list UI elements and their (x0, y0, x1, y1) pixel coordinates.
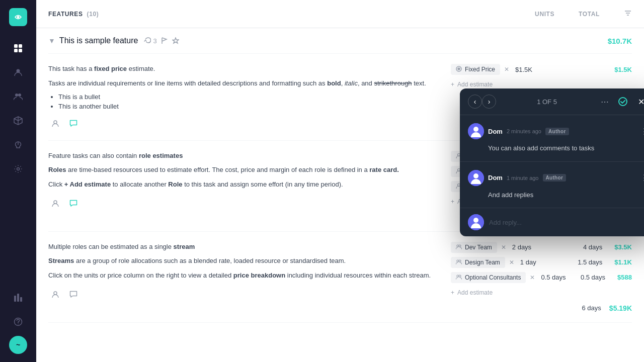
svg-point-9 (17, 168, 20, 170)
task-action-icons (48, 116, 439, 130)
comment-menu-button[interactable]: ⋮ (640, 173, 644, 183)
popup-prev-button[interactable]: ‹ (468, 95, 482, 109)
task-desc-main: This task has a fixed price estimate. (48, 64, 439, 74)
page-title: FEATURES (10) (48, 11, 99, 18)
stream-price-2: $1.1K (614, 258, 632, 266)
sidebar-item-help[interactable] (8, 312, 28, 332)
optional-consultants-label: Optional Consultants (465, 274, 521, 281)
popup-counter: 1 OF 5 (496, 98, 598, 106)
popup-more-button[interactable]: ⋯ (598, 95, 612, 109)
popup-close-button[interactable]: ✕ (634, 95, 644, 109)
popup-actions: ⋯ ✕ (598, 95, 644, 109)
svg-point-20 (458, 68, 460, 70)
remove-estimate-button[interactable]: ✕ (501, 244, 506, 251)
svg-rect-11 (17, 294, 19, 302)
comment-block: Dom 1 minute ago Author ⋮ And add replie… (460, 162, 644, 209)
sidebar-item-team[interactable] (8, 86, 28, 107)
optional-consultants-tag: Optional Consultants (451, 272, 526, 283)
estimate-row: Dev Team ✕ 2 days 4 days $3.5K (451, 242, 632, 253)
task-bullets-list: This is a bullet This is another bullet (58, 93, 439, 110)
features-label: FEATURES (48, 11, 83, 18)
task-desc-sub: Tasks are individual requirements or lin… (48, 78, 439, 89)
task-description-area: This task has a fixed price estimate. Ta… (48, 64, 451, 130)
popup-header: ‹ › 1 OF 5 ⋯ ✕ (460, 88, 644, 115)
user-avatar-sidebar[interactable]: ~ (9, 336, 27, 354)
svg-point-6 (15, 94, 18, 97)
svg-point-25 (54, 292, 57, 295)
add-estimate-button[interactable]: + Add estimate (451, 287, 632, 298)
comment-text: And add replies (468, 190, 644, 200)
sidebar-item-user[interactable] (8, 62, 28, 82)
task-row: Multiple roles can be estimated as a sin… (48, 232, 632, 323)
assign-user-button[interactable] (48, 116, 62, 130)
svg-point-14 (18, 324, 19, 325)
comment-author: Dom (488, 128, 503, 135)
filter-icon[interactable] (624, 9, 632, 19)
dev-team-label: Dev Team (465, 244, 492, 251)
svg-point-27 (459, 245, 461, 247)
comment-time: 1 minute ago (507, 175, 539, 181)
comment-button[interactable] (66, 196, 80, 210)
comment-avatar (468, 170, 484, 186)
task-totals: 6 days $5.19K (451, 304, 632, 312)
task-description-area: Multiple roles can be estimated as a sin… (48, 242, 451, 312)
design-team-label: Design Team (465, 259, 500, 266)
reply-input[interactable] (489, 219, 644, 226)
stream-icon (456, 244, 462, 251)
author-badge: Author (543, 174, 567, 182)
feature-header-row: ▼ This is sample feature 3 (48, 28, 632, 54)
bullet-item: This is a bullet (58, 93, 439, 101)
sidebar-bottom: ~ (8, 288, 28, 354)
popup-check-button[interactable] (616, 95, 630, 109)
stream-days-1: 4 days (583, 243, 602, 251)
svg-point-31 (459, 275, 461, 277)
feature-title: This is sample feature (59, 36, 138, 45)
assign-user-button[interactable] (48, 287, 62, 301)
assign-user-button[interactable] (48, 196, 62, 210)
comment-menu-button[interactable]: ⋮ (640, 127, 644, 136)
sidebar-item-box[interactable] (8, 111, 28, 131)
svg-rect-1 (14, 44, 18, 48)
iteration-icon[interactable]: 3 (144, 37, 156, 45)
main-content: FEATURES (10) UNITS TOTAL ▼ This is samp… (36, 0, 644, 362)
remove-estimate-button[interactable]: ✕ (530, 274, 535, 281)
flag-icon[interactable] (161, 37, 168, 44)
fixed-price-value: $1.5K (515, 66, 532, 73)
svg-rect-4 (19, 49, 22, 52)
sidebar-item-reports[interactable] (8, 288, 28, 308)
dev-team-tag: Dev Team (451, 242, 497, 253)
svg-point-0 (17, 16, 20, 19)
remove-estimate-button[interactable]: ✕ (504, 66, 509, 73)
svg-point-38 (473, 218, 478, 223)
svg-point-34 (473, 127, 478, 132)
task-action-icons (48, 196, 439, 210)
task-estimates-area: Dev Team ✕ 2 days 4 days $3.5K (451, 242, 632, 312)
total-days: 6 days (582, 304, 601, 312)
sidebar-item-settings[interactable] (8, 159, 28, 179)
task-description-area: Feature tasks can also contain role esti… (48, 151, 451, 221)
design-team-tag: Design Team (451, 257, 505, 268)
comment-popup: ‹ › 1 OF 5 ⋯ ✕ (460, 88, 644, 236)
fixed-price-tag: Fixed Price (451, 64, 500, 75)
popup-next-button[interactable]: › (482, 95, 496, 109)
remove-estimate-button[interactable]: ✕ (509, 259, 514, 266)
svg-point-36 (473, 173, 478, 178)
bullet-item: This is another bullet (58, 103, 439, 110)
svg-point-32 (619, 98, 627, 106)
comment-header: Dom 2 minutes ago Author ⋮ (468, 123, 644, 139)
svg-point-21 (54, 201, 57, 204)
sidebar-item-dashboard[interactable] (8, 38, 28, 58)
app-logo[interactable] (9, 8, 27, 26)
svg-rect-10 (14, 296, 16, 302)
estimate-row: Fixed Price ✕ $1.5K $1.5K (451, 64, 632, 75)
task-desc-sub: Streams are a group of role allocations … (48, 256, 439, 266)
comment-button[interactable] (66, 287, 80, 301)
feature-chevron-icon[interactable]: ▼ (48, 37, 55, 45)
author-badge: Author (545, 128, 569, 135)
sidebar-item-brain[interactable] (8, 135, 28, 155)
star-icon[interactable] (172, 37, 179, 44)
task-desc-main: Feature tasks can also contain role esti… (48, 151, 439, 161)
svg-rect-3 (14, 49, 18, 52)
comment-button[interactable] (66, 116, 80, 130)
sidebar: ~ (0, 0, 36, 362)
